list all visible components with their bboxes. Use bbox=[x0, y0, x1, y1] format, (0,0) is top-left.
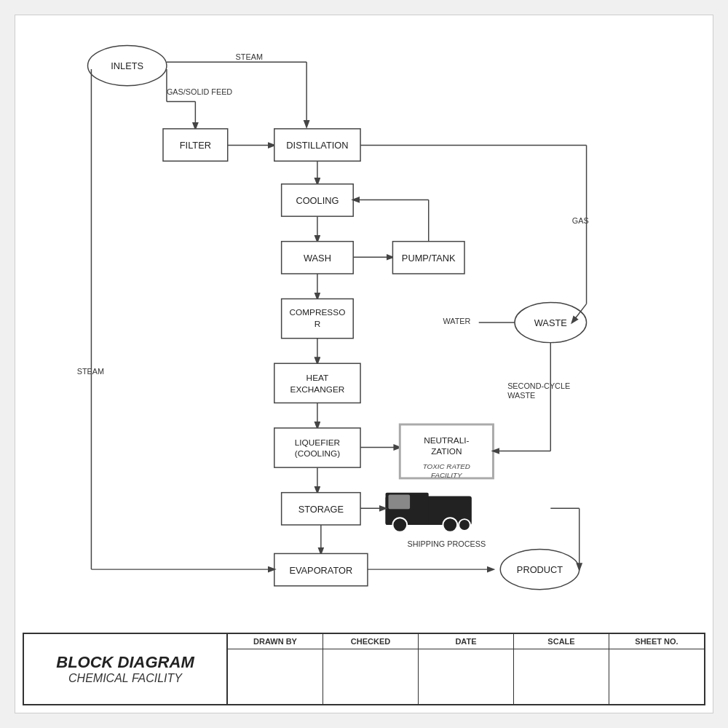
heat-exchanger-label2: EXCHANGER bbox=[290, 384, 345, 395]
pump-tank-label: PUMP/TANK bbox=[402, 253, 456, 264]
svg-point-38 bbox=[392, 518, 407, 532]
facility-label: FACILITY bbox=[431, 471, 463, 479]
inlets-label: INLETS bbox=[111, 60, 143, 71]
compressor-label: COMPRESSO bbox=[290, 307, 346, 317]
date-value bbox=[419, 649, 514, 704]
steam-top-label: STEAM bbox=[236, 52, 263, 61]
svg-rect-27 bbox=[274, 428, 360, 467]
liquefier-label: LIQUEFIER bbox=[295, 438, 340, 448]
heat-exchanger-label: HEAT bbox=[306, 373, 329, 383]
second-cycle-label: SECOND-CYCLE bbox=[507, 381, 570, 390]
wash-label: WASH bbox=[304, 253, 331, 264]
title-values-row bbox=[228, 649, 704, 704]
shipping-label: SHIPPING PROCESS bbox=[407, 539, 486, 548]
distillation-label: DISTILLATION bbox=[286, 140, 348, 151]
gas-solid-label: GAS/SOLID FEED bbox=[167, 87, 232, 96]
product-label: PRODUCT bbox=[517, 564, 563, 575]
title-main-top: BLOCK DIAGRAM bbox=[56, 653, 194, 672]
svg-point-40 bbox=[459, 519, 470, 531]
second-cycle-label2: WASTE bbox=[507, 392, 535, 400]
water-label: WATER bbox=[443, 317, 470, 325]
sheet-no-value bbox=[609, 649, 704, 704]
svg-rect-37 bbox=[389, 495, 411, 510]
scale-label: SCALE bbox=[514, 634, 609, 649]
title-main-sub: CHEMICAL FACILITY bbox=[68, 672, 182, 685]
svg-rect-25 bbox=[274, 363, 360, 403]
drawn-by-value bbox=[228, 649, 323, 704]
steam-left-label: STEAM bbox=[77, 367, 104, 376]
neutralization-label2: ZATION bbox=[431, 446, 462, 456]
title-main: BLOCK DIAGRAM CHEMICAL FACILITY bbox=[24, 634, 228, 704]
title-block: BLOCK DIAGRAM CHEMICAL FACILITY DRAWN BY… bbox=[23, 633, 705, 705]
evaporator-label: EVAPORATOR bbox=[289, 565, 352, 576]
date-label: DATE bbox=[419, 634, 514, 649]
filter-label: FILTER bbox=[180, 140, 211, 151]
drawn-by-label: DRAWN BY bbox=[228, 634, 323, 649]
compressor-label2: R bbox=[314, 319, 321, 329]
title-fields: DRAWN BY CHECKED DATE SCALE SHEET NO. bbox=[228, 634, 704, 704]
title-labels-row: DRAWN BY CHECKED DATE SCALE SHEET NO. bbox=[228, 634, 704, 649]
neutralization-label: NEUTRALI- bbox=[424, 435, 469, 446]
toxic-label: TOXIC RATED bbox=[423, 462, 470, 470]
svg-point-39 bbox=[443, 518, 457, 532]
storage-label: STORAGE bbox=[298, 504, 344, 515]
checked-value bbox=[323, 649, 419, 704]
scale-value bbox=[514, 649, 609, 704]
diagram-area: INLETS STEAM GAS/SOLID FEED FILTER DISTI… bbox=[23, 23, 705, 625]
liquefier-label2: (COOLING) bbox=[295, 448, 340, 459]
checked-label: CHECKED bbox=[323, 634, 419, 649]
cooling-label: COOLING bbox=[296, 195, 339, 206]
sheet-no-label: SHEET NO. bbox=[609, 634, 704, 649]
page: INLETS STEAM GAS/SOLID FEED FILTER DISTI… bbox=[15, 15, 713, 713]
waste-label: WASTE bbox=[534, 317, 567, 328]
